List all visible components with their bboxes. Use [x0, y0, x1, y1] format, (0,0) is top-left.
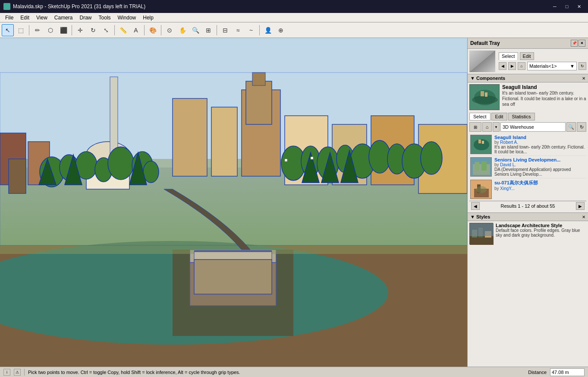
menu-edit[interactable]: Edit [17, 14, 33, 22]
scale-tool-button[interactable]: ⤡ [100, 24, 112, 36]
search-mode-button[interactable]: ⊞ [469, 122, 481, 132]
rotate-tool-button[interactable]: ↻ [87, 24, 99, 36]
menu-file[interactable]: File [2, 14, 17, 22]
svg-rect-20 [246, 81, 272, 124]
sections-button[interactable]: ⊟ [219, 24, 231, 36]
svg-rect-48 [194, 260, 272, 294]
maximize-button[interactable]: □ [561, 2, 572, 11]
material-tabs: Select Edit [499, 52, 586, 60]
component-refresh-button[interactable]: ↻ [577, 122, 586, 132]
materials-back-button[interactable]: ◀ [499, 62, 506, 70]
result-title-3[interactable]: su-071高尔夫俱乐部 [494, 180, 585, 186]
svg-rect-55 [481, 91, 484, 96]
menu-draw[interactable]: Draw [76, 14, 95, 22]
component-results-list: Seagull Island by Robert A. It's an isla… [469, 133, 586, 201]
component-home-button[interactable]: ⌂ [482, 122, 492, 132]
zoom-tool-button[interactable]: 🔍 [189, 24, 201, 36]
menubar: File Edit View Camera Draw Tools Window … [0, 13, 588, 22]
components-button[interactable]: 👤 [262, 24, 274, 36]
result-item[interactable]: su-071高尔夫俱乐部 by XingY... [469, 178, 586, 201]
comp-tab-statistics[interactable]: Statistics [508, 113, 535, 120]
tray-controls: 📌 ✕ [571, 40, 585, 47]
pencil-tool-button[interactable]: ✏ [31, 24, 44, 36]
styles-section: ▼ Styles ✕ Land [468, 212, 588, 246]
result-title-2[interactable]: Seniors Living Developmen... [494, 157, 585, 162]
svg-rect-74 [470, 223, 494, 236]
materials-select-tab[interactable]: Select [499, 52, 518, 60]
pushpull-tool-button[interactable]: ⬛ [57, 24, 69, 36]
component-name: Seagull Island [502, 84, 586, 90]
svg-rect-21 [252, 73, 265, 86]
status-warning-icon[interactable]: ⚠ [14, 369, 21, 376]
components-header[interactable]: ▼ Components ✕ [468, 74, 588, 82]
hidden-geometry-button[interactable]: ≈ [232, 24, 244, 36]
zoom-window-button[interactable]: ⊞ [202, 24, 214, 36]
result-item[interactable]: Seniors Living Developmen... by David L.… [469, 156, 586, 178]
toolbar-separator-3 [114, 25, 115, 35]
style-info: Landscape Architecture Style Default fac… [496, 223, 586, 244]
move-tool-button[interactable]: ✛ [74, 24, 86, 36]
orbit-tool-button[interactable]: ⊙ [164, 24, 176, 36]
svg-point-26 [108, 147, 134, 180]
component-search-row: ⊞ ⌂ ▼ 🔍 ↻ [469, 122, 586, 132]
toolbar-separator-4 [144, 25, 145, 35]
comp-tab-select[interactable]: Select [469, 113, 491, 120]
geo-button[interactable]: ⊕ [275, 24, 287, 36]
materials-refresh-button[interactable]: ↻ [579, 62, 586, 70]
styles-close-icon[interactable]: ✕ [582, 215, 585, 219]
component-dropdown-button[interactable]: ▼ [493, 122, 500, 132]
result-item[interactable]: Seagull Island by Robert A. It's an isla… [469, 133, 586, 156]
tray-title: Default Tray [470, 40, 500, 46]
materials-edit-tab[interactable]: Edit [520, 52, 534, 60]
menu-view[interactable]: View [33, 14, 51, 22]
viewport[interactable] [0, 38, 467, 367]
menu-camera[interactable]: Camera [51, 14, 76, 22]
components-close-icon[interactable]: ✕ [582, 76, 585, 81]
pan-tool-button[interactable]: ✋ [176, 24, 189, 36]
select-tool-button[interactable]: ↖ [2, 24, 14, 36]
material-preview [469, 51, 495, 72]
eraser-tool-button[interactable]: ⬚ [15, 24, 27, 36]
minimize-button[interactable]: ─ [549, 2, 560, 11]
menu-help[interactable]: Help [139, 14, 157, 22]
toolbar-separator-5 [161, 25, 161, 35]
menu-tools[interactable]: Tools [95, 14, 114, 22]
close-button[interactable]: ✕ [573, 2, 585, 11]
results-nav-next: ▶ [576, 202, 585, 210]
result-info-2: Seniors Living Developmen... by David L.… [494, 157, 585, 177]
comp-tab-edit[interactable]: Edit [491, 113, 507, 120]
smooth-button[interactable]: ~ [245, 24, 257, 36]
tape-tool-button[interactable]: 📏 [117, 24, 129, 36]
menu-window[interactable]: Window [114, 14, 140, 22]
shape-tool-button[interactable]: ⬡ [44, 24, 57, 36]
component-search-input[interactable] [500, 122, 566, 132]
toolbar: ↖ ⬚ ✏ ⬡ ⬛ ✛ ↻ ⤡ 📏 A 🎨 ⊙ ✋ 🔍 ⊞ ⊟ ≈ ~ 👤 ⊕ [0, 22, 588, 38]
result-desc-1: It's an island town- early 20th century.… [494, 145, 585, 154]
search-go-button[interactable]: 🔍 [566, 122, 576, 132]
result-info-3: su-071高尔夫俱乐部 by XingY... [494, 180, 585, 199]
statusbar: i ⚠ Pick two points to move. Ctrl = togg… [0, 367, 588, 377]
components-body: Seagull Island It's an island town- earl… [468, 82, 588, 212]
materials-dropdown[interactable]: Materials<1> ▼ [527, 62, 577, 70]
styles-header[interactable]: ▼ Styles ✕ [468, 213, 588, 221]
status-message: Pick two points to move. Ctrl = toggle C… [28, 370, 240, 375]
main-area: Default Tray 📌 ✕ [0, 38, 588, 367]
prev-page-button[interactable]: ◀ [471, 202, 480, 210]
status-info-icon[interactable]: i [3, 369, 10, 376]
paint-tool-button[interactable]: 🎨 [147, 24, 159, 36]
tray-pin-button[interactable]: 📌 [571, 40, 578, 47]
materials-home-button[interactable]: ⌂ [518, 62, 525, 70]
next-page-button[interactable]: ▶ [576, 202, 585, 210]
result-title-1[interactable]: Seagull Island [494, 135, 585, 140]
text-tool-button[interactable]: A [130, 24, 142, 36]
svg-point-68 [476, 186, 487, 193]
result-author-1: by Robert A. [494, 140, 585, 145]
tray-close-button[interactable]: ✕ [579, 40, 585, 47]
svg-rect-63 [475, 162, 479, 171]
result-thumbnail-3 [470, 180, 492, 199]
svg-rect-56 [485, 92, 487, 97]
result-thumbnail-1 [470, 135, 492, 154]
results-count: Results 1 - 12 of about 55 [501, 203, 555, 209]
materials-fwd-button[interactable]: ▶ [508, 62, 516, 70]
distance-input[interactable] [550, 368, 585, 376]
